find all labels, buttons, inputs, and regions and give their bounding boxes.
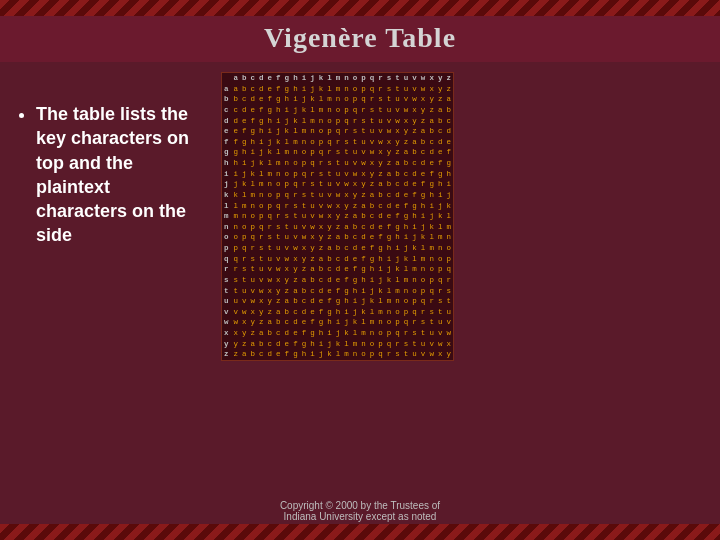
table-cell: x: [376, 147, 385, 158]
table-cell: s: [436, 296, 445, 307]
table-cell: i: [257, 137, 266, 148]
table-cell: g: [359, 264, 368, 275]
table-cell: m: [368, 317, 377, 328]
table-cell: l: [419, 243, 428, 254]
col-header: m: [334, 73, 343, 84]
table-cell: p: [410, 296, 419, 307]
row-label: d: [222, 116, 232, 127]
table-cell: w: [402, 105, 411, 116]
table-cell: i: [317, 339, 326, 350]
table-cell: p: [308, 147, 317, 158]
table-cell: o: [410, 286, 419, 297]
table-cell: s: [232, 275, 241, 286]
table-cell: q: [385, 339, 394, 350]
table-cell: h: [368, 264, 377, 275]
table-cell: h: [334, 307, 343, 318]
table-cell: e: [444, 137, 453, 148]
table-cell: z: [402, 137, 411, 148]
table-cell: t: [427, 317, 436, 328]
table-cell: x: [385, 137, 394, 148]
table-cell: a: [342, 222, 351, 233]
table-cell: w: [240, 307, 249, 318]
table-cell: l: [266, 158, 275, 169]
table-cell: c: [393, 179, 402, 190]
col-header: r: [376, 73, 385, 84]
table-cell: v: [359, 147, 368, 158]
table-row: jjklmnopqrstuvwxyzabcdefghi: [222, 179, 454, 190]
table-cell: q: [436, 275, 445, 286]
table-cell: t: [402, 349, 411, 360]
table-cell: w: [334, 190, 343, 201]
table-cell: o: [317, 126, 326, 137]
table-cell: u: [240, 286, 249, 297]
table-cell: o: [274, 179, 283, 190]
table-cell: c: [410, 158, 419, 169]
table-cell: m: [266, 169, 275, 180]
table-cell: n: [308, 126, 317, 137]
col-header: u: [402, 73, 411, 84]
col-header: d: [257, 73, 266, 84]
table-cell: r: [300, 179, 309, 190]
table-cell: g: [274, 94, 283, 105]
table-cell: d: [300, 307, 309, 318]
table-cell: j: [317, 349, 326, 360]
table-cell: q: [376, 349, 385, 360]
table-row: hhijklmnopqrstuvwxyzabcdefg: [222, 158, 454, 169]
table-cell: y: [342, 201, 351, 212]
table-cell: o: [359, 349, 368, 360]
table-cell: x: [325, 211, 334, 222]
table-cell: e: [257, 94, 266, 105]
table-cell: a: [266, 317, 275, 328]
table-cell: u: [249, 275, 258, 286]
table-cell: g: [334, 296, 343, 307]
row-label: f: [222, 137, 232, 148]
table-cell: g: [325, 307, 334, 318]
table-cell: e: [427, 158, 436, 169]
table-cell: g: [351, 275, 360, 286]
table-row: ttuvwxyzabcdefghijklmnopqrs: [222, 286, 454, 297]
table-cell: k: [444, 201, 453, 212]
table-cell: a: [291, 286, 300, 297]
table-cell: l: [351, 328, 360, 339]
table-cell: u: [351, 147, 360, 158]
table-cell: q: [359, 94, 368, 105]
table-cell: z: [359, 190, 368, 201]
table-cell: s: [274, 222, 283, 233]
table-cell: v: [325, 190, 334, 201]
table-cell: h: [410, 211, 419, 222]
table-cell: v: [342, 169, 351, 180]
table-cell: e: [359, 243, 368, 254]
table-cell: n: [300, 137, 309, 148]
table-cell: w: [444, 328, 453, 339]
table-cell: c: [402, 169, 411, 180]
table-cell: a: [274, 307, 283, 318]
table-cell: s: [266, 232, 275, 243]
table-cell: j: [427, 211, 436, 222]
table-row: ddefghijklmnopqrstuvwxyzabc: [222, 116, 454, 127]
table-cell: s: [283, 211, 292, 222]
table-cell: v: [385, 116, 394, 127]
table-cell: h: [427, 190, 436, 201]
table-corner: [222, 73, 232, 84]
table-cell: q: [342, 116, 351, 127]
table-cell: g: [368, 254, 377, 265]
table-cell: v: [393, 105, 402, 116]
table-cell: o: [325, 116, 334, 127]
col-header: e: [266, 73, 275, 84]
table-cell: b: [232, 94, 241, 105]
table-cell: c: [257, 349, 266, 360]
table-cell: m: [427, 243, 436, 254]
table-cell: a: [317, 254, 326, 265]
table-cell: v: [351, 158, 360, 169]
table-cell: l: [232, 201, 241, 212]
table-cell: g: [385, 232, 394, 243]
table-cell: t: [274, 232, 283, 243]
table-cell: j: [436, 201, 445, 212]
table-cell: u: [325, 179, 334, 190]
table-cell: m: [342, 349, 351, 360]
table-cell: p: [376, 339, 385, 350]
table-cell: m: [419, 254, 428, 265]
bullet-list: The table lists the key characters on to…: [18, 102, 203, 248]
table-cell: a: [402, 147, 411, 158]
table-cell: z: [325, 232, 334, 243]
